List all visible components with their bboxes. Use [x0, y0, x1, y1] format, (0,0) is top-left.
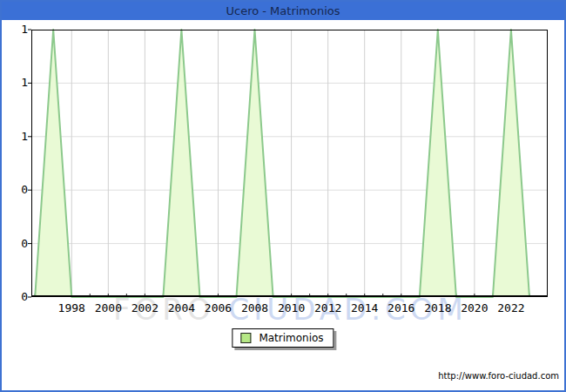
plot-border [32, 30, 548, 297]
legend-swatch [240, 333, 251, 343]
x-tick-label: 2022 [489, 301, 533, 314]
footer-url: http://www.foro-ciudad.com [438, 371, 559, 381]
chart-window: Ucero - Matrimonios FORO CIUDAD.COM Matr… [0, 0, 566, 392]
y-tick-label: 1 [3, 130, 28, 144]
y-tick-label: 0 [3, 183, 28, 197]
chart-title: Ucero - Matrimonios [226, 4, 340, 17]
area-series-line [35, 30, 529, 297]
plot-area [31, 30, 548, 297]
y-tick-label: 0 [3, 290, 28, 304]
y-tick-label: 1 [3, 23, 28, 37]
legend: Matrimonios [232, 328, 334, 348]
legend-label: Matrimonios [259, 332, 323, 344]
y-tick-label: 1 [3, 76, 28, 90]
title-bar: Ucero - Matrimonios [2, 2, 564, 20]
area-series-fill [35, 30, 529, 297]
y-tick-label: 0 [3, 237, 28, 251]
